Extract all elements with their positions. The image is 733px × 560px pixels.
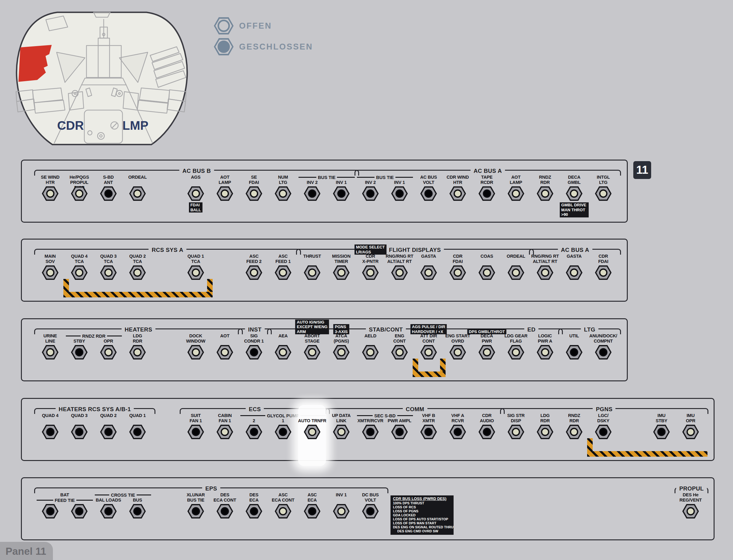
breaker-rndz-rdr[interactable]: RNDZ RDR bbox=[560, 413, 589, 439]
breaker-lgc-dsky[interactable]: LGC/ DSKY bbox=[589, 413, 618, 439]
breaker-coas[interactable]: COAS bbox=[472, 254, 501, 280]
breaker-quad-2-tca[interactable]: QUAD 2 TCA bbox=[123, 254, 152, 280]
panel-tab[interactable]: Panel 11 bbox=[0, 542, 53, 560]
breaker-ordeal[interactable]: ORDEAL bbox=[502, 254, 531, 280]
breaker-rng-rng-rt-alt-alt-rt[interactable]: RNG/RNG RT ALT/ALT RT bbox=[531, 254, 560, 280]
breaker-up-data-link[interactable]: UP DATA LINK bbox=[327, 413, 356, 439]
breaker-inv-1[interactable]: INV 1 bbox=[327, 492, 356, 518]
breaker-aot-lamp[interactable]: AOT LAMP bbox=[210, 175, 239, 201]
breaker-thrust[interactable]: THRUST bbox=[297, 254, 326, 280]
breaker-ac-bus-volt[interactable]: AC BUS VOLT bbox=[414, 175, 443, 201]
breaker-quad-3[interactable]: QUAD 3 bbox=[65, 413, 94, 439]
hex-breaker-icon bbox=[508, 265, 524, 280]
breaker-label: ATT DIR CONT bbox=[414, 333, 443, 344]
breaker-imu-opr[interactable]: IMU OPR bbox=[676, 413, 705, 439]
breaker-att-dir-cont[interactable]: ATT DIR CONT bbox=[414, 333, 443, 359]
breaker-quad-4-tca[interactable]: QUAD 4 TCA bbox=[65, 254, 94, 280]
breaker-se-wind-htr[interactable]: SE WIND HTR bbox=[36, 175, 65, 201]
breaker-he-pqgs-propul-disp[interactable]: He/PQGS PROPUL DISP bbox=[65, 175, 94, 201]
breaker-quad-3-tca[interactable]: QUAD 3 TCA bbox=[94, 254, 123, 280]
breaker-ldg-rdr[interactable]: LDG RDR bbox=[531, 413, 560, 439]
breaker-bat-feed-tie-2[interactable] bbox=[65, 492, 94, 518]
breaker-xmtr-rcvr[interactable]: XMTR/RCVR bbox=[356, 413, 385, 439]
breaker-ags[interactable]: AGSFDAI BALL bbox=[181, 175, 210, 212]
breaker-suit-fan-1[interactable]: SUIT FAN 1 bbox=[181, 413, 210, 439]
breaker-gasta[interactable]: GASTA bbox=[414, 254, 443, 280]
breaker-abort-stage[interactable]: ABORT STAGE bbox=[297, 333, 326, 359]
breaker-ldg-rdr[interactable]: LDG RDR bbox=[123, 333, 152, 359]
breaker-asc-feed-2[interactable]: ASC FEED 2 bbox=[239, 254, 268, 280]
breaker-imu-stby[interactable]: IMU STBY bbox=[647, 413, 676, 439]
breaker-bal-loads[interactable]: BAL LOADS bbox=[94, 492, 123, 518]
breaker-sig-str-disp[interactable]: SIG STR DISP bbox=[502, 413, 531, 439]
breaker-cdr-wind-htr[interactable]: CDR WIND HTR bbox=[443, 175, 472, 201]
hex-breaker-icon bbox=[595, 425, 612, 439]
breaker-se-fdai[interactable]: SE FDAI bbox=[239, 175, 268, 201]
breaker-aea[interactable]: AEA bbox=[269, 333, 297, 359]
breaker-des-eca-cont[interactable]: DES ECA CONT bbox=[210, 492, 239, 518]
breaker-deca-gmbl[interactable]: DECA GMBLGMBL DRIVE MAN THROT >90 bbox=[560, 175, 589, 217]
breaker-1[interactable]: 1 bbox=[269, 413, 297, 439]
breaker-sig-condr-1[interactable]: SIG CONDR 1 bbox=[239, 333, 268, 359]
breaker-cdr-fdai[interactable]: CDR FDAI bbox=[589, 254, 618, 280]
breaker-intgl-ltg[interactable]: INTGL LTG bbox=[589, 175, 618, 201]
breaker-num-ltg[interactable]: NUM LTG bbox=[269, 175, 297, 201]
breaker-asc-feed-1[interactable]: ASC FEED 1 bbox=[269, 254, 297, 280]
breaker-gasta[interactable]: GASTA bbox=[560, 254, 589, 280]
breaker-inv-1[interactable]: INV 1 bbox=[327, 175, 356, 201]
breaker-pwr-ampl[interactable]: PWR AMPL bbox=[385, 413, 414, 439]
hex-breaker-icon bbox=[391, 186, 408, 201]
breaker-stby[interactable]: STBY bbox=[65, 333, 94, 359]
breaker-aot[interactable]: AOT bbox=[210, 333, 239, 359]
breaker-rng-rng-rt-alt-alt-rt[interactable]: RNG/RNG RT ALT/ALT RT bbox=[385, 254, 414, 280]
breaker-opr[interactable]: OPR bbox=[94, 333, 123, 359]
breaker-dock-window[interactable]: DOCK WINDOW bbox=[181, 333, 210, 359]
breaker-vhf-a-rcvr[interactable]: VHF A RCVR bbox=[443, 413, 472, 439]
breaker-util[interactable]: UTIL bbox=[560, 333, 589, 359]
breaker-bus[interactable]: BUS bbox=[123, 492, 152, 518]
breaker-quad-1-tca[interactable]: QUAD 1 TCA bbox=[181, 254, 210, 280]
breaker-2[interactable]: 2 bbox=[239, 413, 268, 439]
breaker-inv-2[interactable]: INV 2 bbox=[297, 175, 326, 201]
breaker-main-sov[interactable]: MAIN SOV bbox=[36, 254, 65, 280]
breaker-cdr-x-pntr[interactable]: CDR X-PNTR bbox=[356, 254, 385, 280]
breaker-rndz-rdr[interactable]: RNDZ RDR bbox=[531, 175, 560, 201]
breaker-inv-1[interactable]: INV 1 bbox=[385, 175, 414, 201]
breaker-ldg-gear-flag[interactable]: LDG GEAR FLAG bbox=[502, 333, 531, 359]
breaker-quad-1[interactable]: QUAD 1 bbox=[123, 413, 152, 439]
breaker-cdr-audio[interactable]: CDR AUDIO bbox=[472, 413, 501, 439]
breaker-deca-pwr[interactable]: DECA PWR bbox=[472, 333, 501, 359]
breaker-dc-bus-volt[interactable]: DC BUS VOLT bbox=[356, 492, 385, 518]
breaker-des-eca[interactable]: DES ECA bbox=[239, 492, 268, 518]
breaker-logic-pwr-a[interactable]: LOGIC PWR A bbox=[531, 333, 560, 359]
breaker-cdr-fdai[interactable]: CDR FDAI bbox=[443, 254, 472, 280]
breaker-label: ASC FEED 1 bbox=[269, 254, 297, 265]
breaker-s-bd-ant[interactable]: S-BD ANT bbox=[94, 175, 123, 201]
hex-breaker-icon bbox=[100, 425, 117, 439]
breaker-cabin-fan-1[interactable]: CABIN FAN 1 bbox=[210, 413, 239, 439]
breaker-atca-pgns[interactable]: ATCA (PGNS) bbox=[327, 333, 356, 359]
breaker-vhf-b-xmtr[interactable]: VHF B XMTR bbox=[414, 413, 443, 439]
breaker-inv-2[interactable]: INV 2 bbox=[356, 175, 385, 201]
legend-open-label: OFFEN bbox=[239, 21, 272, 31]
breaker-asc-eca-cont[interactable]: ASC ECA CONT bbox=[269, 492, 297, 518]
breaker-tape-rcdr[interactable]: TAPE RCDR bbox=[472, 175, 501, 201]
breaker-label: ASC FEED 2 bbox=[239, 254, 268, 265]
breaker-ordeal[interactable]: ORDEAL bbox=[123, 175, 152, 201]
breaker-quad-2[interactable]: QUAD 2 bbox=[94, 413, 123, 439]
breaker-auto-trnfr[interactable]: AUTO TRNFR bbox=[297, 413, 326, 439]
breaker-xlunar-bus-tie[interactable]: XLUNAR BUS TIE bbox=[181, 492, 210, 518]
hex-breaker-icon bbox=[537, 186, 553, 201]
breaker-aeld[interactable]: AELD bbox=[356, 333, 385, 359]
breaker-asc-eca[interactable]: ASC ECA bbox=[297, 492, 326, 518]
hex-breaker-icon bbox=[217, 186, 233, 201]
breaker-quad-4[interactable]: QUAD 4 bbox=[36, 413, 65, 439]
breaker-eng-cont[interactable]: ENG CONT bbox=[385, 333, 414, 359]
breaker-eng-start-ovrd[interactable]: ENG START OVRD bbox=[443, 333, 472, 359]
breaker-mission-timer[interactable]: MISSION TIMER bbox=[327, 254, 356, 280]
breaker-aot-lamp[interactable]: AOT LAMP bbox=[502, 175, 531, 201]
breaker-anun-dock-compnt[interactable]: ANUN/DOCK/ COMPNT bbox=[589, 333, 618, 359]
breaker-bat-feed-tie-1[interactable] bbox=[36, 492, 65, 518]
breaker-des-he-reg-vent[interactable]: DES He REG/VENT bbox=[676, 492, 705, 518]
breaker-urine-line[interactable]: URINE LINE bbox=[36, 333, 65, 359]
